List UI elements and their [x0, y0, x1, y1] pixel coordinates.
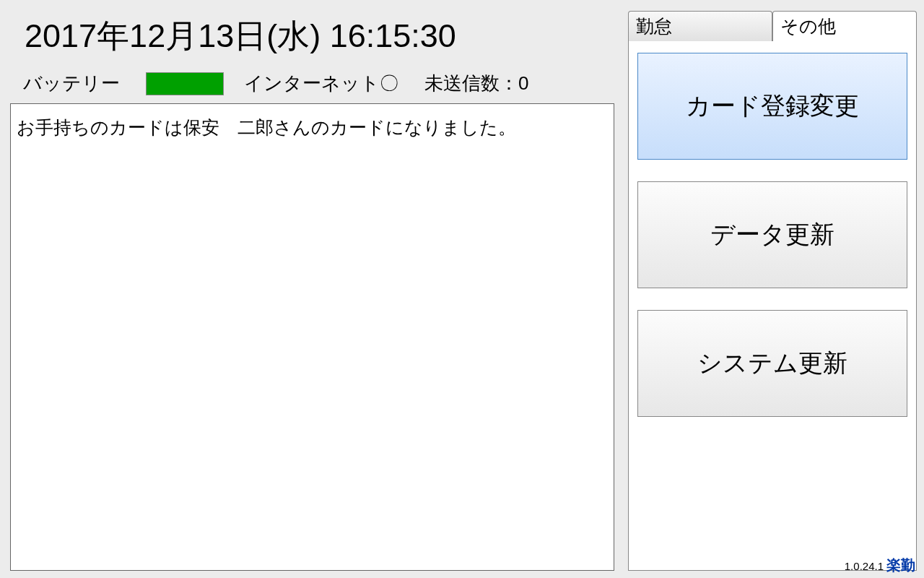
message-area: お手持ちのカードは保安 二郎さんのカードになりました。 — [10, 103, 614, 571]
tab-bar: 勤怠 その他 — [628, 10, 917, 40]
app-root: 2017年12月13日(水) 16:15:30 バッテリー インターネット〇 未… — [0, 0, 924, 578]
data-update-button[interactable]: データ更新 — [637, 181, 907, 288]
status-row: バッテリー インターネット〇 未送信数：0 — [10, 71, 625, 103]
footer: 1.0.24.1 楽勤 — [845, 556, 915, 575]
internet-status: インターネット〇 — [244, 71, 398, 96]
battery-level-icon — [146, 72, 224, 95]
tab-other[interactable]: その他 — [772, 11, 917, 41]
version-label: 1.0.24.1 — [845, 560, 884, 572]
card-register-button[interactable]: カード登録変更 — [637, 53, 907, 160]
tab-attendance[interactable]: 勤怠 — [628, 11, 772, 41]
message-text: お手持ちのカードは保安 二郎さんのカードになりました。 — [17, 117, 516, 137]
side-panel: 勤怠 その他 カード登録変更 データ更新 システム更新 — [625, 10, 917, 571]
battery-label: バッテリー — [23, 71, 120, 96]
main-panel: 2017年12月13日(水) 16:15:30 バッテリー インターネット〇 未… — [10, 10, 625, 571]
unsent-count: 未送信数：0 — [424, 71, 528, 96]
tab-panel-other: カード登録変更 データ更新 システム更新 — [628, 40, 917, 571]
system-update-button[interactable]: システム更新 — [637, 310, 907, 417]
datetime-display: 2017年12月13日(水) 16:15:30 — [10, 10, 625, 71]
app-logo: 楽勤 — [886, 556, 915, 575]
